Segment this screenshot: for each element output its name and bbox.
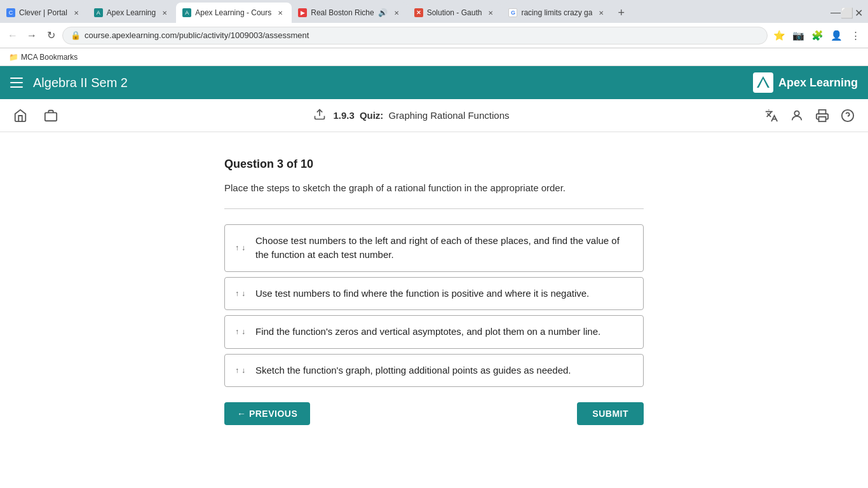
url-bar[interactable]: 🔒 course.apexlearning.com/public/activit… xyxy=(62,27,768,44)
sort-handle-3: ↑ ↓ xyxy=(235,328,245,336)
reload-button[interactable]: ↻ xyxy=(43,28,58,43)
tab-close-apex1[interactable]: ✕ xyxy=(159,8,170,18)
home-icon[interactable] xyxy=(10,105,31,126)
sort-item-2[interactable]: ↑ ↓ Use test numbers to find where the f… xyxy=(224,277,644,311)
tab-close-apex2[interactable]: ✕ xyxy=(275,8,285,18)
tab-clever[interactable]: C Clever | Portal ✕ xyxy=(0,3,88,23)
quiz-label: Quiz: xyxy=(360,110,384,121)
save-page-icon[interactable]: ⭐ xyxy=(771,28,787,43)
main-content: Question 3 of 10 Place the steps to sket… xyxy=(0,132,868,451)
sub-header: 1.9.3 Quiz: Graphing Rational Functions xyxy=(0,99,868,132)
screenshot-icon[interactable]: 📷 xyxy=(790,28,806,43)
sort-item-3[interactable]: ↑ ↓ Find the function's zeros and vertic… xyxy=(224,315,644,349)
tab-title-apex1: Apex Learning xyxy=(107,8,156,17)
tab-youtube[interactable]: ▶ Real Boston Riche 🔊 ✕ xyxy=(292,3,407,23)
maximize-button[interactable]: ⬜ xyxy=(843,8,851,17)
apex-logo-icon xyxy=(753,72,773,93)
apex-logo: Apex Learning xyxy=(753,72,858,93)
sort-item-text-1: Choose test numbers to the left and righ… xyxy=(255,234,633,262)
close-window-button[interactable]: ✕ xyxy=(854,8,863,17)
tab-close-google[interactable]: ✕ xyxy=(596,8,606,18)
bookmarks-folder[interactable]: 📁 MCA Bookmarks xyxy=(5,51,81,63)
window-controls: — ⬜ ✕ xyxy=(831,3,868,23)
tab-title-clever: Clever | Portal xyxy=(19,8,67,17)
tab-close-youtube[interactable]: ✕ xyxy=(391,8,402,18)
divider xyxy=(224,208,644,209)
browser-chrome: C Clever | Portal ✕ A Apex Learning ✕ A … xyxy=(0,0,868,66)
tab-favicon-gauth: ✕ xyxy=(414,8,423,17)
minimize-button[interactable]: — xyxy=(831,8,840,17)
tab-apex1[interactable]: A Apex Learning ✕ xyxy=(88,3,176,23)
tab-title-apex2: Apex Learning - Cours xyxy=(195,8,271,17)
tab-favicon-google: G xyxy=(508,8,517,17)
bookmarks-bar: 📁 MCA Bookmarks xyxy=(0,48,868,66)
question-text: Place the steps to sketch the graph of a… xyxy=(224,181,644,196)
profile-icon[interactable]: 👤 xyxy=(829,28,844,43)
back-button[interactable]: ← xyxy=(5,28,20,43)
person-icon[interactable] xyxy=(787,105,807,126)
tab-google[interactable]: G racing limits crazy ga ✕ xyxy=(502,3,613,23)
tab-apex2[interactable]: A Apex Learning - Cours ✕ xyxy=(176,3,292,23)
sub-header-right xyxy=(761,105,858,126)
address-bar-icons: ⭐ 📷 🧩 👤 ⋮ xyxy=(771,28,863,43)
submit-button[interactable]: SUBMIT xyxy=(577,402,644,425)
print-icon[interactable] xyxy=(812,105,832,126)
extensions-icon[interactable]: 🧩 xyxy=(810,28,825,43)
menu-icon[interactable]: ⋮ xyxy=(848,28,863,43)
briefcase-icon[interactable] xyxy=(41,105,61,126)
translate-icon[interactable] xyxy=(761,105,782,126)
sort-handle-1: ↑ ↓ xyxy=(235,244,245,252)
upload-icon[interactable] xyxy=(313,108,326,123)
tab-close-clever[interactable]: ✕ xyxy=(71,8,81,18)
sub-header-left xyxy=(10,105,61,126)
sort-item-text-2: Use test numbers to find where the funct… xyxy=(255,287,589,301)
svg-point-2 xyxy=(794,111,799,115)
tab-gauth[interactable]: ✕ Solution - Gauth ✕ xyxy=(408,3,503,23)
tab-title-gauth: Solution - Gauth xyxy=(427,8,482,17)
sort-item-4[interactable]: ↑ ↓ Sketch the function's graph, plottin… xyxy=(224,354,644,388)
bookmarks-label: MCA Bookmarks xyxy=(21,53,78,62)
tab-favicon-youtube: ▶ xyxy=(298,8,307,17)
content-wrapper: Question 3 of 10 Place the steps to sket… xyxy=(224,158,644,425)
help-icon[interactable] xyxy=(837,105,858,126)
tab-audio-icon-youtube: 🔊 xyxy=(378,8,388,17)
previous-button[interactable]: ← PREVIOUS xyxy=(224,402,310,425)
sort-item-1[interactable]: ↑ ↓ Choose test numbers to the left and … xyxy=(224,224,644,272)
apex-logo-svg xyxy=(756,75,771,90)
tab-title-google: racing limits crazy ga xyxy=(521,8,592,17)
tab-favicon-apex2: A xyxy=(182,8,191,17)
tab-close-gauth[interactable]: ✕ xyxy=(485,8,496,18)
forward-button[interactable]: → xyxy=(24,28,39,43)
apex-logo-text: Apex Learning xyxy=(778,76,858,90)
sort-item-text-4: Sketch the function's graph, plotting ad… xyxy=(255,363,571,378)
url-text: course.apexlearning.com/public/activity/… xyxy=(85,30,759,40)
svg-rect-3 xyxy=(819,116,826,121)
hamburger-menu[interactable] xyxy=(10,78,23,88)
sort-handle-4: ↑ ↓ xyxy=(235,367,245,374)
tab-bar: C Clever | Portal ✕ A Apex Learning ✕ A … xyxy=(0,0,868,23)
lesson-number: 1.9.3 xyxy=(334,110,355,121)
sub-header-center: 1.9.3 Quiz: Graphing Rational Functions xyxy=(61,108,761,123)
sort-item-text-3: Find the function's zeros and vertical a… xyxy=(255,325,600,339)
address-bar: ← → ↻ 🔒 course.apexlearning.com/public/a… xyxy=(0,23,868,48)
sort-handle-2: ↑ ↓ xyxy=(235,290,245,297)
svg-rect-0 xyxy=(45,112,57,121)
question-title: Question 3 of 10 xyxy=(224,158,644,171)
app-title: Algebra II Sem 2 xyxy=(33,76,753,90)
new-tab-button[interactable]: + xyxy=(613,3,630,23)
tab-favicon-apex1: A xyxy=(94,8,103,17)
tab-title-youtube: Real Boston Riche xyxy=(311,8,374,17)
app-header: Algebra II Sem 2 Apex Learning xyxy=(0,66,868,99)
folder-icon: 📁 xyxy=(9,53,18,62)
quiz-title: Graphing Rational Functions xyxy=(388,110,509,121)
lock-icon: 🔒 xyxy=(71,30,81,40)
tab-favicon-clever: C xyxy=(6,8,15,17)
bottom-navigation: ← PREVIOUS SUBMIT xyxy=(224,402,644,425)
